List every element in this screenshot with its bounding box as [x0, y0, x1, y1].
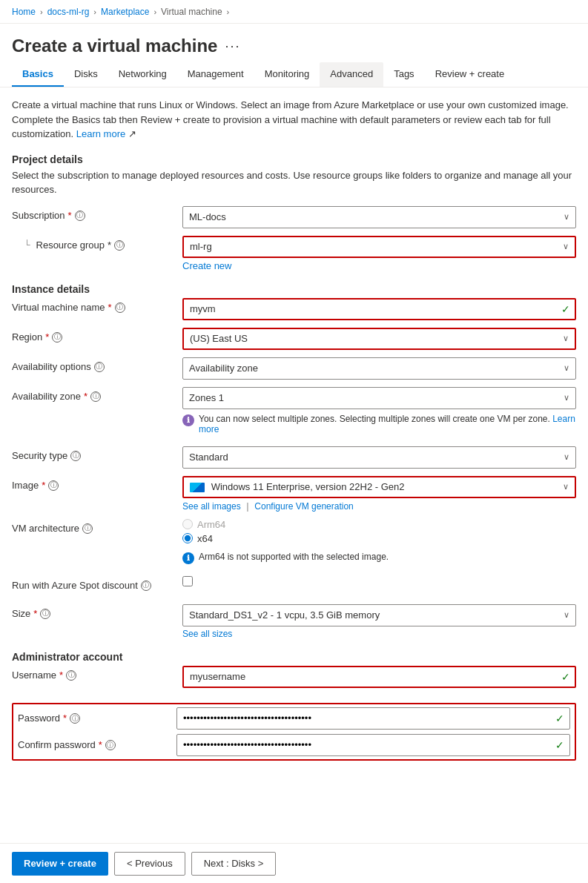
spot-discount-row: Run with Azure Spot discount ⓘ	[12, 576, 576, 597]
image-row: Image * ⓘ Windows 11 Enterprise, version…	[12, 476, 576, 512]
username-label: Username * ⓘ	[12, 666, 182, 681]
tab-basics[interactable]: Basics	[12, 62, 64, 87]
subscription-info-icon[interactable]: ⓘ	[75, 211, 85, 221]
vm-architecture-label: VM architecture ⓘ	[12, 519, 182, 534]
size-info-icon[interactable]: ⓘ	[40, 609, 50, 619]
region-dropdown[interactable]: (US) East US ∨	[182, 328, 576, 350]
vm-name-control: ✓	[182, 298, 576, 320]
size-label: Size * ⓘ	[12, 604, 182, 619]
vm-name-row: Virtual machine name * ⓘ ✓	[12, 298, 576, 320]
confirm-password-control: ✓	[176, 734, 570, 756]
confirm-password-label-col: Confirm password * ⓘ	[18, 739, 176, 750]
tab-networking[interactable]: Networking	[108, 62, 177, 87]
vm-architecture-row: VM architecture ⓘ Arm64 x64 ℹ Arm64 is n…	[12, 519, 576, 569]
vm-name-info-icon[interactable]: ⓘ	[115, 302, 125, 313]
tab-tags[interactable]: Tags	[383, 62, 424, 87]
tab-disks[interactable]: Disks	[64, 62, 108, 87]
spot-discount-checkbox[interactable]	[182, 576, 193, 586]
resource-group-row: └ Resource group * ⓘ ml-rg ∨ Create new	[12, 236, 576, 271]
subscription-label: Subscription * ⓘ	[12, 206, 182, 221]
username-input[interactable]	[182, 666, 576, 688]
configure-vm-link[interactable]: Configure VM generation	[254, 501, 353, 512]
region-info-icon[interactable]: ⓘ	[52, 332, 62, 343]
subscription-control: ML-docs ∨	[182, 206, 576, 228]
size-control: Standard_DS1_v2 - 1 vcpu, 3.5 GiB memory…	[182, 604, 576, 639]
previous-button[interactable]: < Previous	[114, 852, 185, 876]
image-control: Windows 11 Enterprise, version 22H2 - Ge…	[182, 476, 576, 512]
tab-monitoring[interactable]: Monitoring	[254, 62, 320, 87]
resource-group-dropdown[interactable]: ml-rg ∨	[182, 236, 576, 258]
spot-discount-checkbox-wrapper	[182, 576, 576, 586]
vm-name-input[interactable]	[182, 298, 576, 320]
subscription-row: Subscription * ⓘ ML-docs ∨	[12, 206, 576, 228]
username-row: Username * ⓘ ✓	[12, 666, 576, 688]
resource-group-label-col: └ Resource group * ⓘ	[12, 236, 182, 251]
zones-info-box: ℹ You can now select multiple zones. Sel…	[182, 409, 576, 439]
username-check-icon: ✓	[561, 671, 570, 683]
region-row: Region * ⓘ (US) East US ∨	[12, 328, 576, 350]
tab-management[interactable]: Management	[177, 62, 254, 87]
region-label: Region * ⓘ	[12, 328, 182, 343]
password-input[interactable]	[176, 707, 570, 730]
subscription-dropdown[interactable]: ML-docs ∨	[182, 206, 576, 228]
availability-options-info-icon[interactable]: ⓘ	[94, 362, 105, 372]
resource-group-dropdown-arrow: ∨	[563, 242, 569, 251]
subscription-dropdown-arrow: ∨	[564, 212, 569, 222]
resource-group-info-icon[interactable]: ⓘ	[114, 240, 125, 251]
confirm-password-check-icon: ✓	[555, 739, 564, 751]
username-control: ✓	[182, 666, 576, 688]
availability-options-row: Availability options ⓘ Availability zone…	[12, 357, 576, 380]
breadcrumb-docs-ml-rg[interactable]: docs-ml-rg	[47, 7, 90, 17]
learn-more-link[interactable]: Learn more	[76, 128, 125, 139]
see-all-images-link[interactable]: See all images	[182, 501, 241, 512]
image-dropdown-arrow: ∨	[563, 482, 569, 492]
region-control: (US) East US ∨	[182, 328, 576, 350]
page-title-dots[interactable]: ···	[225, 39, 240, 54]
project-details-desc: Select the subscription to manage deploy…	[12, 168, 576, 197]
image-label: Image * ⓘ	[12, 476, 182, 491]
security-type-arrow: ∨	[564, 452, 569, 462]
next-button[interactable]: Next : Disks >	[191, 852, 277, 876]
security-type-dropdown[interactable]: Standard ∨	[182, 446, 576, 469]
vm-name-check-icon: ✓	[561, 303, 570, 315]
availability-zone-arrow: ∨	[564, 393, 569, 403]
availability-options-label: Availability options ⓘ	[12, 357, 182, 372]
radio-arm64-input[interactable]	[182, 519, 193, 529]
spot-discount-label: Run with Azure Spot discount ⓘ	[12, 576, 182, 591]
availability-zone-dropdown[interactable]: Zones 1 ∨	[182, 387, 576, 409]
password-confirm-wrapper: Password * ⓘ ✓ Confirm password	[12, 703, 576, 765]
spot-discount-info-icon[interactable]: ⓘ	[141, 581, 151, 591]
size-row: Size * ⓘ Standard_DS1_v2 - 1 vcpu, 3.5 G…	[12, 604, 576, 639]
tab-advanced[interactable]: Advanced	[320, 62, 383, 87]
username-info-icon[interactable]: ⓘ	[66, 670, 76, 681]
breadcrumb-marketplace[interactable]: Marketplace	[101, 7, 149, 17]
availability-zone-label: Availability zone * ⓘ	[12, 387, 182, 402]
password-info-icon[interactable]: ⓘ	[70, 713, 80, 724]
section-admin-account: Administrator account	[12, 651, 576, 663]
confirm-password-input[interactable]	[176, 734, 570, 756]
section-project-details: Project details	[12, 153, 576, 165]
see-all-sizes-link[interactable]: See all sizes	[182, 629, 576, 639]
password-field-row: Password * ⓘ ✓	[18, 707, 570, 730]
availability-zone-info-icon[interactable]: ⓘ	[90, 391, 101, 402]
page-title: Create a virtual machine	[12, 36, 217, 56]
availability-options-dropdown[interactable]: Availability zone ∨	[182, 357, 576, 380]
password-control: ✓	[176, 707, 570, 730]
review-create-button[interactable]: Review + create	[12, 852, 108, 876]
vm-architecture-info-icon[interactable]: ⓘ	[82, 523, 93, 534]
confirm-password-info-icon[interactable]: ⓘ	[105, 740, 116, 750]
tab-review-create[interactable]: Review + create	[425, 62, 515, 87]
security-type-info-icon[interactable]: ⓘ	[70, 451, 81, 461]
radio-x64-input[interactable]	[182, 533, 193, 543]
image-info-icon[interactable]: ⓘ	[48, 480, 59, 491]
architecture-info-circle: ℹ	[182, 552, 194, 564]
image-dropdown[interactable]: Windows 11 Enterprise, version 22H2 - Ge…	[182, 476, 576, 498]
spot-discount-control	[182, 576, 576, 586]
create-new-link[interactable]: Create new	[182, 260, 576, 271]
breadcrumb-home[interactable]: Home	[12, 7, 36, 17]
radio-arm64[interactable]: Arm64	[182, 519, 576, 530]
availability-zone-control: Zones 1 ∨ ℹ You can now select multiple …	[182, 387, 576, 439]
password-check-icon: ✓	[555, 712, 564, 724]
radio-x64[interactable]: x64	[182, 533, 576, 544]
size-dropdown[interactable]: Standard_DS1_v2 - 1 vcpu, 3.5 GiB memory…	[182, 604, 576, 626]
